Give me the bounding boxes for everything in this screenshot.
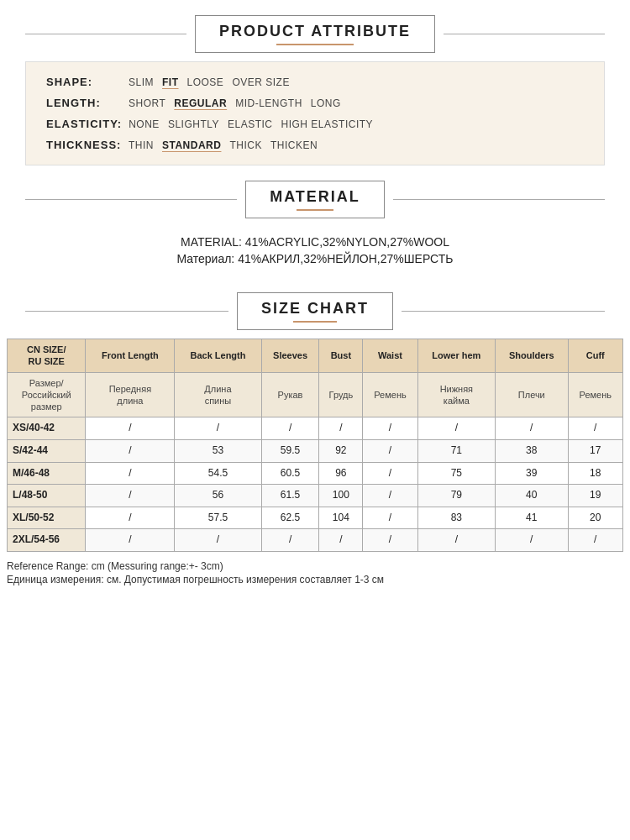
col-subheader-3: Рукав xyxy=(261,372,319,417)
data-cell-5-5: / xyxy=(417,529,495,552)
data-cell-5-4: / xyxy=(363,529,417,552)
size-chart-title: SIZE CHART xyxy=(237,292,393,330)
data-cell-2-3: 96 xyxy=(319,462,363,485)
material-line-0: MATERIAL: 41%ACRYLIC,32%NYLON,27%WOOL xyxy=(45,235,585,249)
data-cell-2-5: 75 xyxy=(417,462,495,485)
data-cell-3-7: 19 xyxy=(568,485,622,507)
attribute-row: ELASTICITY:NONESLIGHTLYELASTICHIGH ELAST… xyxy=(46,118,584,130)
reference-note: Reference Range: cm (Messuring range:+- … xyxy=(7,560,623,585)
product-attribute-header: PRODUCT ATTRIBUTE xyxy=(25,15,605,53)
data-cell-0-3: / xyxy=(319,417,363,440)
data-cell-2-6: 39 xyxy=(496,462,568,485)
attribute-value: HIGH ELASTICITY xyxy=(281,118,374,130)
attribute-value: REGULAR xyxy=(174,97,227,109)
table-row: L/48-50/5661.5100/794019 xyxy=(8,485,623,507)
data-cell-3-3: 100 xyxy=(319,485,363,507)
attribute-value: LOOSE xyxy=(187,76,224,88)
col-header-3: Sleeves xyxy=(261,339,319,373)
table-row: XS/40-42//////// xyxy=(8,417,623,440)
data-cell-0-5: / xyxy=(417,417,495,440)
data-cell-3-0: / xyxy=(86,485,175,507)
material-box: MATERIAL: 41%ACRYLIC,32%NYLON,27%WOOLМат… xyxy=(25,227,605,277)
col-header-2: Back Length xyxy=(175,339,261,373)
data-cell-3-4: / xyxy=(363,485,417,507)
attribute-value: FIT xyxy=(162,76,179,88)
data-cell-4-1: 57.5 xyxy=(175,507,261,529)
material-title: MATERIAL xyxy=(245,181,385,218)
attribute-value: THICK xyxy=(229,139,262,151)
attribute-value: SLIGHTLY xyxy=(168,118,219,130)
col-subheader-8: Ремень xyxy=(568,372,622,417)
material-header: MATERIAL xyxy=(25,181,605,218)
data-cell-0-4: / xyxy=(363,417,417,440)
data-cell-2-2: 60.5 xyxy=(261,462,319,485)
size-cell: S/42-44 xyxy=(8,440,86,463)
data-cell-5-3: / xyxy=(319,529,363,552)
col-header-4: Bust xyxy=(319,339,363,373)
attribute-value: THICKEN xyxy=(270,139,318,151)
data-cell-0-6: / xyxy=(496,417,568,440)
attribute-value: LONG xyxy=(311,97,341,109)
attribute-label: THICKNESS: xyxy=(46,139,122,151)
col-header-6: Lower hem xyxy=(417,339,495,373)
data-cell-4-4: / xyxy=(363,507,417,529)
data-cell-5-6: / xyxy=(496,529,568,552)
table-row: XL/50-52/57.562.5104/834120 xyxy=(8,507,623,529)
col-header-0: CN SIZE/ RU SIZE xyxy=(8,339,86,373)
data-cell-5-1: / xyxy=(175,529,261,552)
data-cell-4-3: 104 xyxy=(319,507,363,529)
data-cell-2-0: / xyxy=(86,462,175,485)
reference-text: Reference Range: cm (Messuring range:+- … xyxy=(7,560,623,572)
data-cell-3-2: 61.5 xyxy=(261,485,319,507)
data-cell-3-6: 40 xyxy=(496,485,568,507)
size-cell: 2XL/54-56 xyxy=(8,529,86,552)
data-cell-1-6: 38 xyxy=(496,440,568,463)
data-cell-0-1: / xyxy=(175,417,261,440)
data-cell-4-5: 83 xyxy=(417,507,495,529)
data-cell-1-0: / xyxy=(86,440,175,463)
attribute-row: THICKNESS:THINSTANDARDTHICKTHICKEN xyxy=(46,139,584,151)
data-cell-2-1: 54.5 xyxy=(175,462,261,485)
table-row: M/46-48/54.560.596/753918 xyxy=(8,462,623,485)
data-cell-4-0: / xyxy=(86,507,175,529)
col-subheader-7: Плечи xyxy=(496,372,568,417)
attribute-value: OVER SIZE xyxy=(232,76,290,88)
attribute-label: LENGTH: xyxy=(46,97,122,109)
attribute-box: SHAPE:SLIMFITLOOSEOVER SIZELENGTH:SHORTR… xyxy=(25,61,605,165)
col-subheader-2: Длина спины xyxy=(175,372,261,417)
col-subheader-4: Грудь xyxy=(319,372,363,417)
size-cell: XL/50-52 xyxy=(8,507,86,529)
col-header-8: Cuff xyxy=(568,339,622,373)
col-subheader-1: Передняя длина xyxy=(86,372,175,417)
attribute-value: STANDARD xyxy=(162,139,221,151)
size-cell: M/46-48 xyxy=(8,462,86,485)
table-row: S/42-44/5359.592/713817 xyxy=(8,440,623,463)
data-cell-4-7: 20 xyxy=(568,507,622,529)
data-cell-0-0: / xyxy=(86,417,175,440)
col-header-7: Shoulders xyxy=(496,339,568,373)
col-header-5: Waist xyxy=(363,339,417,373)
data-cell-3-5: 79 xyxy=(417,485,495,507)
attribute-row: LENGTH:SHORTREGULARMID-LENGTHLONG xyxy=(46,97,584,109)
size-cell: XS/40-42 xyxy=(8,417,86,440)
col-subheader-5: Ремень xyxy=(363,372,417,417)
data-cell-2-4: / xyxy=(363,462,417,485)
data-cell-3-1: 56 xyxy=(175,485,261,507)
attribute-value: SHORT xyxy=(129,97,165,109)
data-cell-5-2: / xyxy=(261,529,319,552)
attribute-row: SHAPE:SLIMFITLOOSEOVER SIZE xyxy=(46,76,584,88)
attribute-value: ELASTIC xyxy=(228,118,273,130)
data-cell-2-7: 18 xyxy=(568,462,622,485)
data-cell-1-5: 71 xyxy=(417,440,495,463)
data-cell-1-4: / xyxy=(363,440,417,463)
attribute-value: NONE xyxy=(129,118,160,130)
size-chart-header: SIZE CHART xyxy=(25,292,605,330)
col-header-1: Front Length xyxy=(86,339,175,373)
data-cell-1-2: 59.5 xyxy=(261,440,319,463)
data-cell-0-7: / xyxy=(568,417,622,440)
product-attribute-title: PRODUCT ATTRIBUTE xyxy=(195,15,435,53)
attribute-value: THIN xyxy=(129,139,154,151)
data-cell-1-3: 92 xyxy=(319,440,363,463)
data-cell-4-6: 41 xyxy=(496,507,568,529)
attribute-label: SHAPE: xyxy=(46,76,122,88)
